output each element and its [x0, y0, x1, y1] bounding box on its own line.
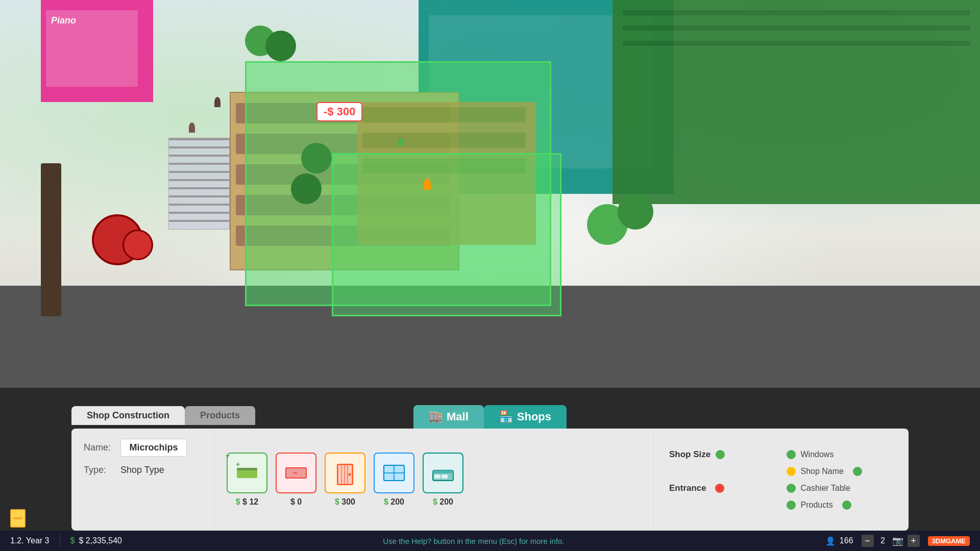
entrance-label: Entrance [669, 483, 710, 493]
character [189, 122, 195, 133]
shelf [623, 10, 970, 15]
item-counter[interactable]: $ 200 [423, 453, 463, 507]
game-viewport: Piano -$ 300 [0, 0, 980, 388]
money-value: $ 2,335,540 [79, 536, 122, 545]
add-wall-icon: + [227, 453, 267, 493]
shops-tab-label: Shops [517, 410, 551, 423]
svg-rect-17 [442, 474, 448, 479]
item-window[interactable]: $ 200 [374, 453, 414, 507]
shop-size-status: Shop Size [669, 449, 776, 460]
mall-icon: 🏬 [429, 410, 443, 423]
shop-green-dark [612, 0, 980, 204]
add-wall-price: $ $ 12 [236, 497, 258, 507]
type-row: Type: Shop Type [84, 465, 202, 475]
right-status: 👤 166 − 2 📷 + 3DMGAME [825, 535, 970, 547]
money-section: $ $ 2,335,540 [70, 536, 122, 545]
escalator-step [169, 179, 229, 181]
help-message: Use the Help? button in the menu (Esc) f… [383, 537, 564, 545]
shop-name-dot2 [853, 467, 862, 476]
type-value: Shop Type [120, 465, 164, 475]
shops-icon: 🏪 [499, 410, 513, 423]
svg-rect-15 [433, 470, 453, 473]
cashier-status: Cashier Table [787, 483, 894, 493]
construction-items: + $ $ 12 – $ 0 [214, 429, 653, 531]
person-icon: 👤 [825, 536, 836, 546]
shop-sign: Piano [51, 15, 76, 26]
population-section: 👤 166 [825, 536, 853, 546]
products-dot2 [842, 500, 851, 510]
shelf [623, 26, 970, 31]
entrance-dot [715, 484, 724, 493]
products-status: Products [787, 500, 894, 510]
escalator-step [169, 146, 229, 148]
zoom-out-button[interactable]: − [862, 535, 874, 547]
escalator-step [169, 212, 229, 214]
svg-text:–: – [292, 467, 298, 478]
tab-mall[interactable]: 🏬 Mall [413, 405, 484, 429]
products-label: Products [801, 500, 833, 510]
clipboard-button[interactable] [10, 509, 26, 528]
svg-text:+: + [236, 460, 240, 468]
price-value: -$ 300 [324, 105, 355, 118]
divider [60, 535, 60, 547]
logo-badge: 3DMGAME [928, 536, 970, 546]
escalator-step [169, 163, 229, 165]
escalator [168, 138, 230, 230]
svg-rect-16 [434, 474, 440, 479]
character [214, 97, 220, 107]
counter-svg [430, 460, 456, 486]
spacer [669, 500, 776, 510]
windows-dot [787, 450, 796, 459]
tree [301, 143, 332, 173]
windows-status: Windows [787, 449, 894, 460]
escalator-step [169, 155, 229, 157]
item-door[interactable]: $ 300 [325, 453, 365, 507]
window-svg [381, 460, 407, 486]
tree [265, 31, 296, 61]
shelf [623, 41, 970, 46]
cashier-label: Cashier Table [801, 484, 851, 493]
counter-price: $ 200 [433, 497, 453, 507]
tab-shops[interactable]: 🏪 Shops [484, 405, 567, 429]
window-icon [374, 453, 414, 493]
shop-size-label: Shop Size [669, 449, 710, 460]
money-icon: $ [70, 536, 75, 545]
left-content: Name: Microchips Type: Shop Type [71, 429, 214, 531]
population-value: 166 [840, 536, 853, 545]
mall-tab-label: Mall [447, 410, 469, 423]
windows-label: Windows [801, 450, 834, 459]
tab-bar: 🏬 Mall 🏪 Shops [0, 405, 980, 429]
zoom-in-button[interactable]: + [908, 535, 920, 547]
door-price: $ 300 [335, 497, 355, 507]
name-label: Name: [84, 442, 114, 453]
drum-cymbal [122, 230, 153, 260]
status-panel: Shop Size Windows Shop Name Entrance [653, 429, 909, 531]
remove-wall-icon: – [276, 453, 316, 493]
zoom-controls: − 2 📷 + [862, 535, 920, 547]
clipboard-icon [10, 509, 26, 528]
shop-name-dot [787, 467, 796, 476]
name-row: Name: Microchips [84, 439, 202, 457]
status-grid: Shop Size Windows Shop Name Entrance [669, 449, 893, 510]
window-price: $ 200 [384, 497, 404, 507]
character [424, 179, 431, 190]
item-add-wall[interactable]: + $ $ 12 [227, 453, 267, 507]
shop-name-status [669, 467, 776, 476]
status-bar: 1.2. Year 3 $ $ 2,335,540 Use the Help? … [0, 531, 980, 551]
escalator-step [169, 171, 229, 173]
escalator-step [169, 220, 229, 222]
escalator-step [169, 138, 229, 140]
construction-overlay-2 [332, 153, 561, 316]
item-remove-wall[interactable]: – $ 0 [276, 453, 316, 507]
help-text: Use the Help? button in the menu (Esc) f… [122, 537, 825, 545]
remove-wall-svg: – [283, 460, 309, 486]
entrance-status: Entrance [669, 483, 776, 493]
remove-wall-price: $ 0 [290, 497, 302, 507]
door-svg [332, 460, 358, 486]
svg-point-7 [349, 473, 351, 476]
clipboard-clip [13, 517, 22, 519]
guitar-rack [41, 163, 61, 316]
version-section: 1.2. Year 3 [10, 536, 50, 545]
tree [618, 194, 653, 230]
version-text: 1.2. Year 3 [10, 536, 50, 545]
